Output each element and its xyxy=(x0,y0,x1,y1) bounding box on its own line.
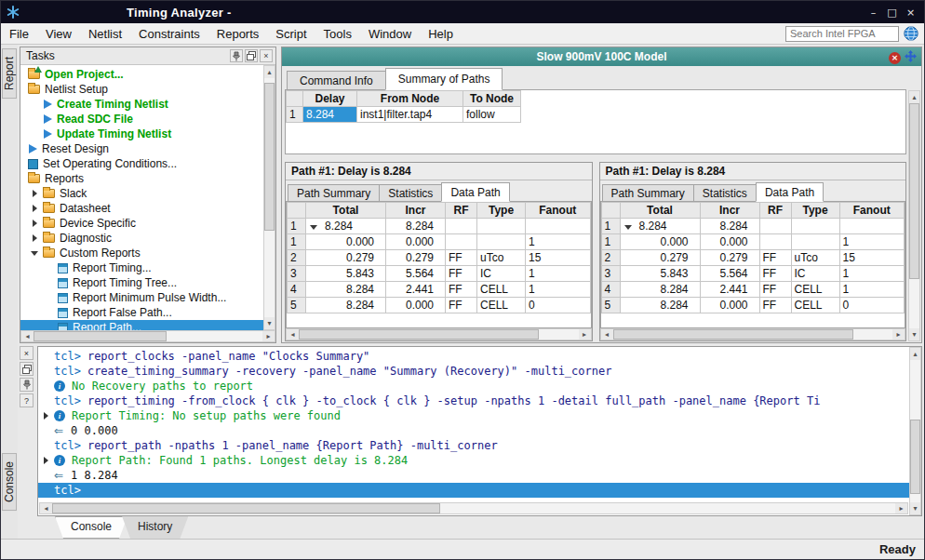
float-icon[interactable] xyxy=(20,362,34,376)
expander-icon[interactable] xyxy=(30,190,39,197)
expander-icon[interactable] xyxy=(30,251,39,256)
to-node-cell[interactable]: follow xyxy=(463,107,521,123)
search-input[interactable] xyxy=(785,26,899,42)
row-number[interactable]: 1 xyxy=(287,107,303,123)
menu-constraints[interactable]: Constraints xyxy=(130,25,208,43)
tasks-item-report-false-path[interactable]: Report False Path... xyxy=(20,305,275,320)
scroll-thumb[interactable] xyxy=(264,83,275,231)
menu-netlist[interactable]: Netlist xyxy=(80,25,130,43)
path2-horizontal-scrollbar[interactable] xyxy=(600,328,906,340)
scroll-left-icon[interactable] xyxy=(287,329,299,340)
scroll-up-icon[interactable] xyxy=(909,91,919,103)
tab-command-info[interactable]: Command Info xyxy=(287,71,386,90)
scroll-thumb[interactable] xyxy=(299,329,539,340)
tasks-item-reset-design[interactable]: Reset Design xyxy=(20,141,275,156)
tab-history[interactable]: History xyxy=(122,516,188,539)
tasks-item-reports[interactable]: Reports xyxy=(20,171,275,186)
table-row[interactable]: 4 8.284 2.441 FF CELL 1 xyxy=(601,282,905,298)
tasks-item-read-sdc-file[interactable]: Read SDC File xyxy=(20,112,275,127)
tab-path-summary[interactable]: Path Summary xyxy=(288,184,380,202)
table-row[interactable]: 1 0.000 0.000 1 xyxy=(601,234,905,250)
table-row[interactable]: 3 5.843 5.564 FF IC 1 xyxy=(601,266,905,282)
tasks-item-diagnostic[interactable]: Diagnostic xyxy=(20,231,275,246)
tasks-item-create-timing-netlist[interactable]: Create Timing Netlist xyxy=(20,97,275,112)
collapse-icon[interactable] xyxy=(624,225,632,230)
scroll-right-icon[interactable] xyxy=(579,329,591,340)
console-output[interactable]: tcl>report_clocks -panel_name "Clocks Su… xyxy=(38,347,909,501)
table-row[interactable]: 1 0.000 0.000 1 xyxy=(288,234,591,250)
from-node-cell[interactable]: inst1|filter.tap4 xyxy=(357,107,463,123)
close-icon[interactable] xyxy=(260,49,273,62)
scroll-right-icon[interactable] xyxy=(262,331,275,341)
close-report-icon[interactable] xyxy=(889,52,901,64)
tasks-item-report-timing-tree[interactable]: Report Timing Tree... xyxy=(20,275,275,290)
tab-statistics[interactable]: Statistics xyxy=(693,184,757,202)
tasks-item-update-timing-netlist[interactable]: Update Timing Netlist xyxy=(20,127,275,141)
dock-tab-console[interactable]: Console xyxy=(2,453,17,511)
tab-data-path[interactable]: Data Path xyxy=(756,182,824,202)
help-icon[interactable] xyxy=(20,393,34,407)
tasks-item-datasheet[interactable]: Datasheet xyxy=(20,201,275,216)
column-header-from-node[interactable]: From Node xyxy=(357,91,463,107)
globe-icon[interactable] xyxy=(904,26,918,41)
report-view-header[interactable]: Slow 900mV 100C Model xyxy=(282,47,921,66)
float-icon[interactable] xyxy=(245,49,258,62)
column-header-rf[interactable]: RF xyxy=(759,203,791,219)
scroll-left-icon[interactable] xyxy=(40,503,52,513)
tasks-item-report-path[interactable]: Report Path... xyxy=(20,320,275,330)
delay-cell[interactable]: 8.284 xyxy=(303,107,357,123)
table-row[interactable]: 1 8.284 inst1|filter.tap4 follow xyxy=(287,107,521,123)
move-panel-icon[interactable] xyxy=(905,50,917,65)
pin-icon[interactable] xyxy=(20,378,34,392)
column-header-type[interactable]: Type xyxy=(477,203,526,219)
column-header-rf[interactable]: RF xyxy=(446,203,477,219)
report-vertical-scrollbar[interactable] xyxy=(908,90,920,341)
scroll-left-icon[interactable] xyxy=(21,331,34,341)
dock-tab-report[interactable]: Report xyxy=(2,48,17,99)
table-row[interactable]: 5 8.284 0.000 FF CELL 0 xyxy=(601,298,905,313)
tasks-item-report-minimum-pulse-width[interactable]: Report Minimum Pulse Width... xyxy=(20,290,275,305)
collapse-icon[interactable] xyxy=(310,225,317,230)
scroll-right-icon[interactable] xyxy=(895,503,907,513)
scroll-thumb[interactable] xyxy=(613,329,853,340)
tasks-item-report-timing[interactable]: Report Timing... xyxy=(20,260,275,275)
table-row[interactable]: 4 8.284 2.441 FF CELL 1 xyxy=(288,282,591,298)
menu-view[interactable]: View xyxy=(37,25,80,43)
close-icon[interactable] xyxy=(903,5,918,20)
tasks-item-slack[interactable]: Slack xyxy=(20,186,275,201)
scroll-thumb[interactable] xyxy=(910,420,920,494)
table-row[interactable]: 1 8.284 8.284 xyxy=(288,219,591,234)
expander-icon[interactable] xyxy=(30,205,39,212)
scroll-down-icon[interactable] xyxy=(909,328,919,340)
tasks-item-device-specific[interactable]: Device Specific xyxy=(20,216,275,231)
menu-tools[interactable]: Tools xyxy=(315,25,360,43)
close-icon[interactable] xyxy=(20,346,34,360)
console-vertical-scrollbar[interactable] xyxy=(909,347,921,515)
menu-file[interactable]: File xyxy=(1,25,37,43)
pin-icon[interactable] xyxy=(230,49,243,62)
tab-data-path[interactable]: Data Path xyxy=(441,182,509,202)
menu-window[interactable]: Window xyxy=(360,25,420,43)
menu-reports[interactable]: Reports xyxy=(208,25,268,43)
column-header-fanout[interactable]: Fanout xyxy=(526,203,591,219)
scroll-up-icon[interactable] xyxy=(264,66,275,78)
table-row[interactable]: 2 0.279 0.279 FF uTco 15 xyxy=(601,250,905,266)
minimize-icon[interactable] xyxy=(865,5,881,20)
scroll-down-icon[interactable] xyxy=(264,317,275,329)
scroll-thumb[interactable] xyxy=(909,103,919,279)
maximize-icon[interactable] xyxy=(884,5,900,20)
scroll-thumb[interactable] xyxy=(52,503,440,513)
column-header-fanout[interactable]: Fanout xyxy=(839,203,905,219)
tasks-horizontal-scrollbar[interactable] xyxy=(20,330,275,342)
scroll-down-icon[interactable] xyxy=(910,502,920,514)
menu-help[interactable]: Help xyxy=(420,25,462,43)
column-header-type[interactable]: Type xyxy=(791,203,839,219)
scroll-left-icon[interactable] xyxy=(601,329,613,340)
console-input-line[interactable]: tcl> xyxy=(38,483,909,498)
tasks-item-set-operating-conditions[interactable]: Set Operating Conditions... xyxy=(20,156,275,171)
console-horizontal-scrollbar[interactable] xyxy=(39,502,908,514)
expander-icon[interactable] xyxy=(30,220,39,227)
table-row[interactable]: 3 5.843 5.564 FF IC 1 xyxy=(288,266,591,282)
tasks-item-netlist-setup[interactable]: Netlist Setup xyxy=(20,82,275,97)
expander-icon[interactable] xyxy=(30,234,39,242)
